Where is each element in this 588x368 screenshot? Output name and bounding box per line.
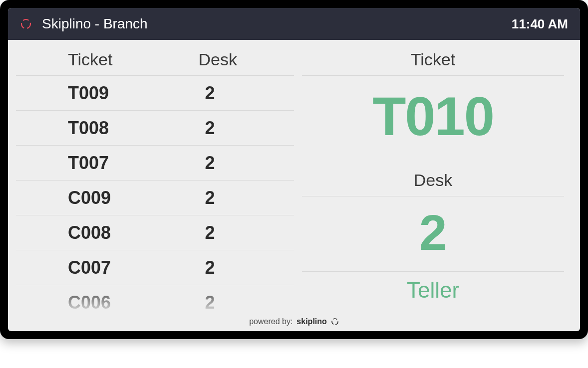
queue-list: T009 2 T008 2 T007 2 C009 2 bbox=[16, 75, 294, 312]
now-serving-role: Teller bbox=[294, 272, 572, 303]
queue-ticket-value: C009 bbox=[16, 187, 157, 208]
now-serving-desk-value: 2 bbox=[294, 196, 572, 271]
queue-ticket-value: C008 bbox=[16, 222, 157, 243]
svg-point-0 bbox=[21, 19, 30, 28]
queue-row: T007 2 bbox=[16, 145, 294, 180]
queue-desk-value: 2 bbox=[157, 292, 294, 313]
queue-row: C007 2 bbox=[16, 250, 294, 285]
queue-ticket-value: T009 bbox=[16, 83, 157, 104]
queue-ticket-value: T008 bbox=[16, 118, 157, 139]
queue-history-panel: Ticket Desk T009 2 T008 2 T007 2 bbox=[16, 40, 294, 312]
queue-row: C008 2 bbox=[16, 215, 294, 250]
queue-desk-value: 2 bbox=[157, 187, 294, 208]
powered-by-label: powered by: bbox=[249, 317, 293, 326]
app-title: Skiplino - Branch bbox=[42, 16, 512, 32]
queue-header-desk: Desk bbox=[164, 50, 294, 69]
footer-brand: skiplino bbox=[296, 317, 326, 326]
queue-ticket-value: C006 bbox=[16, 292, 157, 313]
now-serving-desk-label: Desk bbox=[294, 167, 572, 196]
queue-header-row: Ticket Desk bbox=[16, 46, 294, 75]
now-serving-ticket-value: T010 bbox=[294, 76, 572, 167]
queue-row: C006 2 bbox=[16, 285, 294, 312]
queue-row: T008 2 bbox=[16, 110, 294, 145]
now-serving-panel: Ticket T010 Desk 2 Teller bbox=[294, 40, 572, 312]
queue-desk-value: 2 bbox=[157, 83, 294, 104]
queue-ticket-value: C007 bbox=[16, 257, 157, 278]
queue-desk-value: 2 bbox=[157, 118, 294, 139]
queue-header-ticket: Ticket bbox=[16, 50, 164, 69]
device-frame: Skiplino - Branch 11:40 AM Ticket Desk T… bbox=[0, 0, 588, 339]
queue-desk-value: 2 bbox=[157, 222, 294, 243]
svg-point-1 bbox=[332, 319, 338, 325]
queue-desk-value: 2 bbox=[157, 257, 294, 278]
clock-time: 11:40 AM bbox=[512, 16, 568, 32]
skiplino-logo-icon bbox=[20, 18, 32, 30]
footer-bar: powered by: skiplino bbox=[8, 312, 580, 331]
skiplino-logo-icon bbox=[331, 318, 339, 326]
display-screen: Skiplino - Branch 11:40 AM Ticket Desk T… bbox=[8, 8, 580, 331]
queue-desk-value: 2 bbox=[157, 153, 294, 174]
header-bar: Skiplino - Branch 11:40 AM bbox=[8, 8, 580, 40]
queue-row: C009 2 bbox=[16, 180, 294, 215]
queue-ticket-value: T007 bbox=[16, 153, 157, 174]
queue-row: T009 2 bbox=[16, 75, 294, 110]
content-area: Ticket Desk T009 2 T008 2 T007 2 bbox=[8, 40, 580, 312]
now-serving-ticket-label: Ticket bbox=[294, 46, 572, 75]
